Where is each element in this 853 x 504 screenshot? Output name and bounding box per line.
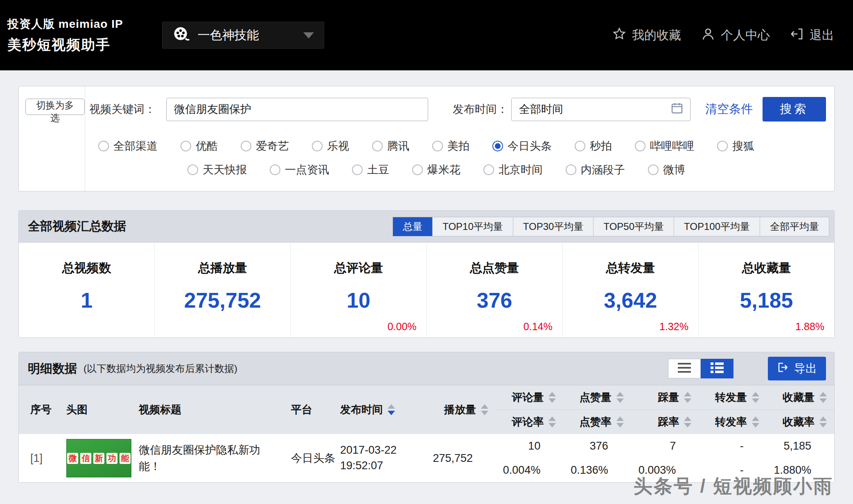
channel-label: 搜狐 bbox=[732, 139, 754, 153]
channel-label: 内涵段子 bbox=[581, 162, 625, 177]
tab-all-avg[interactable]: 全部平均量 bbox=[760, 217, 829, 236]
metric-count-label: 踩量 bbox=[658, 390, 679, 405]
channel-radio-yidian[interactable]: 一点资讯 bbox=[270, 162, 329, 177]
channel-radio-miaopai[interactable]: 秒拍 bbox=[575, 139, 612, 153]
summary-panel: 全部视频汇总数据 总量 TOP10平均量 TOP30平均量 TOP50平均量 T… bbox=[18, 210, 835, 338]
stat-value: 376 bbox=[427, 288, 562, 313]
favorites-menu-item[interactable]: 我的收藏 bbox=[612, 27, 681, 44]
stat-rate: 1.32% bbox=[659, 321, 688, 333]
tab-top100-avg[interactable]: TOP100平均量 bbox=[674, 217, 760, 236]
channel-radio-all[interactable]: 全部渠道 bbox=[98, 139, 158, 153]
col-favorites: 收藏量 收藏率 bbox=[767, 385, 834, 434]
summary-stats: 总视频数 1 总播放量 275,752 总评论量 10 0.00% 总点赞量 3… bbox=[19, 243, 834, 338]
thumbnail-char: 微 bbox=[67, 453, 78, 464]
sort-icon bbox=[388, 404, 395, 415]
clear-filters-link[interactable]: 清空条件 bbox=[705, 101, 753, 117]
metric-rate-value: 0.136% bbox=[563, 458, 631, 482]
multi-select-toggle-button[interactable]: 切换为多选 bbox=[25, 99, 85, 115]
metric-count-value: 10 bbox=[496, 434, 563, 458]
channel-label: 天天快报 bbox=[203, 162, 247, 177]
metric-count-label: 转发量 bbox=[715, 390, 747, 405]
metric-count-value: 7 bbox=[631, 434, 699, 458]
row-thumb-cell: 微 信 新 功 能 bbox=[60, 434, 131, 482]
channel-radio-iqiyi[interactable]: 爱奇艺 bbox=[241, 139, 289, 153]
sort-likes-count[interactable]: 点赞量 bbox=[563, 385, 631, 410]
search-button[interactable]: 搜索 bbox=[763, 97, 826, 122]
sort-shares-count[interactable]: 转发量 bbox=[699, 385, 766, 410]
col-pubtime-sort[interactable]: 发布时间 bbox=[340, 385, 426, 434]
tab-top50-avg[interactable]: TOP50平均量 bbox=[593, 217, 674, 236]
keyword-input[interactable] bbox=[166, 98, 428, 121]
stat-total-likes: 总点赞量 376 0.14% bbox=[426, 243, 562, 338]
tab-total[interactable]: 总量 bbox=[393, 217, 432, 236]
row-pubtime: 2017-03-22 19:52:07 bbox=[340, 434, 426, 482]
row-platform: 今日头条 bbox=[279, 434, 340, 482]
radio-icon bbox=[270, 164, 280, 175]
export-button[interactable]: 导出 bbox=[768, 357, 826, 380]
sort-favorites-rate[interactable]: 收藏率 bbox=[767, 410, 834, 434]
channel-radio-letv[interactable]: 乐视 bbox=[312, 139, 349, 153]
profile-menu-item[interactable]: 个人中心 bbox=[701, 27, 770, 44]
detail-title: 明细数据 bbox=[28, 360, 77, 377]
sort-dislikes-rate[interactable]: 踩率 bbox=[631, 410, 699, 434]
sort-favorites-count[interactable]: 收藏量 bbox=[767, 385, 834, 410]
col-shares: 转发量 转发率 bbox=[699, 385, 766, 434]
metric-count-label: 点赞量 bbox=[580, 390, 612, 405]
filter-left-column: 切换为多选 bbox=[19, 86, 85, 191]
time-range-picker[interactable]: 全部时间 bbox=[511, 98, 691, 121]
stat-value: 3,642 bbox=[563, 288, 698, 313]
chevron-down-icon bbox=[303, 32, 314, 38]
video-thumbnail[interactable]: 微 信 新 功 能 bbox=[66, 439, 131, 477]
radio-icon bbox=[492, 141, 503, 151]
plays-label: 播放量 bbox=[444, 403, 476, 417]
sort-comments-rate[interactable]: 评论率 bbox=[496, 410, 563, 434]
channel-radio-bilibili[interactable]: 哔哩哔哩 bbox=[635, 139, 694, 153]
channel-radio-youku[interactable]: 优酷 bbox=[181, 139, 218, 153]
channel-label: 乐视 bbox=[327, 139, 349, 153]
top-bar: 投资人版 meimiao IP 美秒短视频助手 一色神技能 我的收藏 个人中心 … bbox=[0, 0, 853, 70]
sort-likes-rate[interactable]: 点赞率 bbox=[563, 410, 631, 434]
channel-radio-sohu[interactable]: 搜狐 bbox=[717, 139, 754, 153]
logout-label: 退出 bbox=[810, 27, 834, 44]
col-likes: 点赞量 点赞率 bbox=[563, 385, 631, 434]
video-title-link[interactable]: 微信朋友圈保护隐私新功能！ bbox=[131, 434, 279, 482]
tab-top30-avg[interactable]: TOP30平均量 bbox=[513, 217, 593, 236]
sort-comments-count[interactable]: 评论量 bbox=[496, 385, 563, 410]
brand-edition: 投资人版 meimiao IP bbox=[7, 16, 123, 32]
metric-rate-label: 踩率 bbox=[658, 415, 679, 429]
filter-panel: 切换为多选 视频关键词： 发布时间： 全部时间 清空条件 搜索 全部渠道 优酷 … bbox=[18, 86, 835, 191]
channel-label: 北京时间 bbox=[499, 162, 543, 177]
list-view-button[interactable] bbox=[668, 359, 701, 378]
thumbnail-char: 新 bbox=[93, 453, 104, 464]
logout-menu-item[interactable]: 退出 bbox=[790, 27, 834, 44]
channel-radio-weibo[interactable]: 微博 bbox=[648, 162, 685, 177]
stat-total-comments: 总评论量 10 0.00% bbox=[290, 243, 426, 338]
channel-radio-baomihua[interactable]: 爆米花 bbox=[412, 162, 460, 177]
radio-icon bbox=[432, 141, 443, 151]
channel-label: 今日头条 bbox=[508, 139, 552, 153]
channel-radio-tencent[interactable]: 腾讯 bbox=[372, 139, 409, 153]
metric-rate-label: 转发率 bbox=[715, 415, 747, 429]
skill-dropdown[interactable]: 一色神技能 bbox=[162, 22, 324, 49]
radio-icon bbox=[98, 141, 109, 151]
detail-view-button[interactable] bbox=[701, 359, 733, 378]
stat-rate: 0.00% bbox=[388, 321, 417, 333]
stat-label: 总转发量 bbox=[563, 260, 698, 277]
radio-icon bbox=[635, 141, 645, 151]
col-comments: 评论量 评论率 bbox=[496, 385, 563, 434]
channel-radio-toutiao[interactable]: 今日头条 bbox=[492, 139, 552, 153]
channel-radio-btime[interactable]: 北京时间 bbox=[483, 162, 543, 177]
channel-radio-tudou[interactable]: 土豆 bbox=[352, 162, 389, 177]
channel-radio-row-2: 天天快报 一点资讯 土豆 爆米花 北京时间 内涵段子 微博 bbox=[187, 162, 826, 177]
col-plays-sort[interactable]: 播放量 bbox=[426, 385, 496, 434]
stat-total-shares: 总转发量 3,642 1.32% bbox=[562, 243, 698, 338]
sort-shares-rate[interactable]: 转发率 bbox=[699, 410, 766, 434]
row-plays: 275,752 bbox=[426, 434, 496, 482]
tab-top10-avg[interactable]: TOP10平均量 bbox=[432, 217, 513, 236]
row-likes: 376 0.136% bbox=[563, 434, 631, 482]
radio-icon bbox=[312, 141, 323, 151]
channel-radio-kuaibao[interactable]: 天天快报 bbox=[187, 162, 247, 177]
sort-dislikes-count[interactable]: 踩量 bbox=[631, 385, 699, 410]
channel-radio-neihan[interactable]: 内涵段子 bbox=[566, 162, 625, 177]
channel-radio-meipai[interactable]: 美拍 bbox=[432, 139, 469, 153]
